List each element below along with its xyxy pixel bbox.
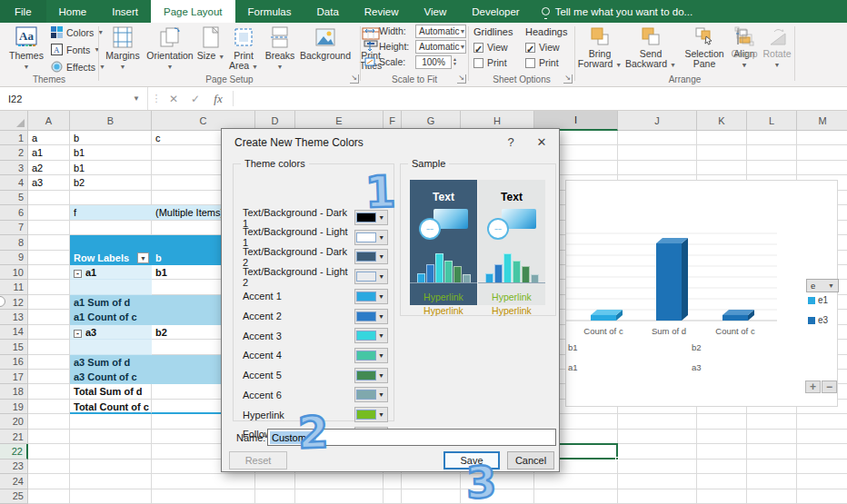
cell-B8[interactable] (70, 235, 152, 250)
background-button[interactable]: Background (298, 25, 353, 61)
cell-A9[interactable] (28, 251, 70, 265)
cell-A21[interactable] (28, 430, 70, 444)
row-header-9[interactable]: 9 (0, 251, 28, 265)
cell-B12[interactable]: a1 Sum of d (70, 295, 152, 310)
tab-review[interactable]: Review (352, 0, 412, 23)
cell-K25[interactable] (697, 489, 747, 504)
column-header-K[interactable]: K (697, 111, 747, 131)
cell-B25[interactable] (70, 489, 152, 504)
cell-A11[interactable] (28, 280, 70, 294)
name-box[interactable]: I22 ▼ (0, 87, 148, 110)
cell-M22[interactable] (797, 444, 847, 459)
chart-expand-button[interactable]: + (805, 380, 821, 393)
cell-A6[interactable] (28, 205, 70, 220)
column-header-L[interactable]: L (747, 111, 797, 131)
cell-I24[interactable] (534, 474, 618, 489)
cell-L2[interactable] (747, 145, 797, 160)
tab-page-layout[interactable]: Page Layout (151, 0, 235, 23)
cell-K24[interactable] (697, 474, 747, 489)
cell-B20[interactable] (70, 414, 152, 429)
cell-A22[interactable] (28, 444, 70, 459)
effects-button[interactable]: Effects▼ (51, 61, 105, 73)
row-header-17[interactable]: 17 (0, 370, 28, 384)
cell-F25[interactable] (384, 489, 402, 504)
cell-B22[interactable] (70, 444, 152, 459)
cell-B3[interactable]: b1 (70, 161, 152, 175)
cell-B1[interactable]: b (70, 131, 152, 145)
cell-A1[interactable]: a (28, 131, 70, 145)
tab-file[interactable]: File (0, 0, 46, 23)
cell-B17[interactable]: a3 Count of c (70, 370, 152, 384)
row-header-24[interactable]: 24 (0, 474, 28, 489)
cell-L23[interactable] (747, 460, 797, 474)
orientation-button[interactable]: Orientation ▼ (144, 25, 196, 72)
row-header-1[interactable]: 1 (0, 131, 28, 145)
collapse-icon[interactable]: - (74, 330, 82, 338)
cell-A16[interactable] (28, 355, 70, 370)
fill-handle[interactable] (615, 457, 619, 460)
cell-A5[interactable] (28, 191, 70, 205)
cell-L20[interactable] (747, 414, 797, 429)
row-header-7[interactable]: 7 (0, 221, 28, 235)
cell-M1[interactable] (797, 131, 847, 145)
formula-bar-dots-icon[interactable]: ⋮ (151, 87, 162, 110)
insert-function-icon[interactable]: fx (207, 87, 229, 110)
row-header-8[interactable]: 8 (0, 235, 28, 250)
row-header-18[interactable]: 18 (0, 384, 28, 399)
cell-K2[interactable] (697, 145, 747, 160)
collapse-icon[interactable]: - (74, 270, 82, 278)
cell-A19[interactable] (28, 400, 70, 414)
chart-field-button-e[interactable]: e▼ (806, 279, 839, 292)
cell-A18[interactable] (28, 384, 70, 399)
select-all-corner[interactable] (0, 111, 28, 131)
cell-C24[interactable] (152, 474, 255, 489)
cell-J3[interactable] (618, 161, 697, 175)
cell-K22[interactable] (697, 444, 747, 459)
tab-data[interactable]: Data (304, 0, 352, 23)
cell-L21[interactable] (747, 430, 797, 444)
cell-A24[interactable] (28, 474, 70, 489)
cell-B19[interactable]: Total Count of c (70, 400, 152, 414)
cell-B13[interactable]: a1 Count of c (70, 310, 152, 324)
row-header-25[interactable]: 25 (0, 489, 28, 504)
colors-button[interactable]: Colors▼ (51, 26, 104, 38)
cell-B16[interactable]: a3 Sum of d (70, 355, 152, 370)
cell-J20[interactable] (618, 414, 697, 429)
width-select[interactable]: Automatic▼ (415, 25, 466, 38)
formula-cancel-icon[interactable]: ✕ (164, 87, 184, 110)
height-select[interactable]: Automatic▼ (415, 40, 466, 54)
color-swatch-dropdown-hyperlink[interactable]: ▼ (354, 407, 388, 422)
cell-D25[interactable] (255, 489, 295, 504)
cell-J2[interactable] (618, 145, 697, 160)
cell-B7[interactable] (70, 221, 152, 235)
scale-stepper[interactable]: 100%▲▼ (415, 55, 457, 69)
row-header-6[interactable]: 6 (0, 205, 28, 220)
cell-C25[interactable] (152, 489, 255, 504)
scale-to-fit-dialog-launcher-icon[interactable]: ↘ (457, 74, 466, 84)
column-header-B[interactable]: B (70, 111, 152, 131)
selection-pane-button[interactable]: SelectionPane (679, 25, 730, 69)
cell-B14[interactable]: -a3 (70, 325, 152, 340)
column-header-A[interactable]: A (28, 111, 70, 131)
cell-J23[interactable] (618, 460, 697, 474)
legend-item-e3[interactable]: e3 (808, 315, 828, 325)
cell-K20[interactable] (697, 414, 747, 429)
cell-M2[interactable] (797, 145, 847, 160)
column-header-M[interactable]: M (797, 111, 847, 131)
dialog-close-button[interactable]: ✕ (526, 129, 557, 154)
cell-J24[interactable] (618, 474, 697, 489)
row-header-16[interactable]: 16 (0, 355, 28, 370)
cell-J21[interactable] (618, 430, 697, 444)
cell-A14[interactable] (28, 325, 70, 340)
cell-M24[interactable] (797, 474, 847, 489)
cell-J1[interactable] (618, 131, 697, 145)
cell-L3[interactable] (747, 161, 797, 175)
cell-A17[interactable] (28, 370, 70, 384)
color-swatch-dropdown-accent-3[interactable]: ▼ (354, 328, 388, 343)
cell-A10[interactable] (28, 265, 70, 280)
cell-A4[interactable]: a3 (28, 175, 70, 190)
cell-G24[interactable] (402, 474, 461, 489)
color-swatch-dropdown-accent-5[interactable]: ▼ (354, 368, 388, 383)
page-setup-dialog-launcher-icon[interactable]: ↘ (350, 74, 359, 84)
cell-L24[interactable] (747, 474, 797, 489)
